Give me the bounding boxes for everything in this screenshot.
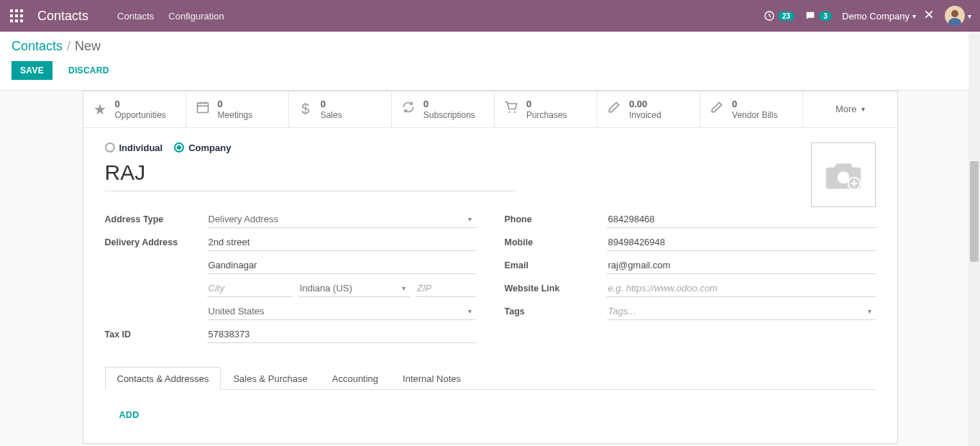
label-tax-id: Tax ID bbox=[105, 329, 207, 340]
email-input[interactable] bbox=[607, 257, 876, 274]
breadcrumb-current: New bbox=[75, 39, 101, 54]
svg-point-17 bbox=[508, 112, 510, 114]
main-navbar: Contacts Contacts Configuration 23 3 Dem… bbox=[0, 0, 980, 32]
cart-icon bbox=[503, 100, 519, 118]
dollar-icon: $ bbox=[298, 101, 313, 117]
stat-label: Opportunities bbox=[115, 110, 166, 120]
mobile-input[interactable] bbox=[607, 234, 876, 251]
radio-company[interactable]: Company bbox=[174, 142, 231, 153]
pencil-icon bbox=[709, 100, 725, 118]
address-type-select[interactable] bbox=[207, 211, 476, 228]
stat-label: Subscriptions bbox=[423, 110, 475, 120]
company-type-radio: Individual Company bbox=[105, 142, 876, 153]
name-input[interactable] bbox=[105, 158, 515, 191]
label-address-type: Address Type bbox=[105, 214, 207, 224]
camera-icon bbox=[823, 156, 864, 194]
svg-rect-7 bbox=[15, 19, 18, 22]
save-button[interactable]: SAVE bbox=[12, 61, 52, 80]
tab-accounting[interactable]: Accounting bbox=[320, 367, 390, 390]
website-input[interactable] bbox=[607, 280, 876, 297]
radio-individual[interactable]: Individual bbox=[105, 142, 163, 153]
city-input[interactable] bbox=[207, 280, 293, 297]
image-upload[interactable] bbox=[811, 142, 876, 207]
sheet-wrapper: ★ 0 Opportunities 0 Meetings $ 0 Sales bbox=[0, 91, 980, 444]
radio-checked-icon bbox=[174, 142, 184, 153]
form-sheet: ★ 0 Opportunities 0 Meetings $ 0 Sales bbox=[83, 91, 898, 444]
stat-label: Vendor Bills bbox=[732, 110, 777, 120]
message-count-badge: 3 bbox=[819, 12, 832, 21]
star-icon: ★ bbox=[92, 101, 108, 118]
stat-value: 0 bbox=[321, 99, 342, 110]
stat-meetings[interactable]: 0 Meetings bbox=[186, 91, 289, 127]
stat-label: Purchases bbox=[526, 110, 567, 120]
stat-vendor-bills[interactable]: 0 Vendor Bills bbox=[700, 91, 803, 127]
svg-rect-2 bbox=[20, 9, 23, 12]
svg-rect-8 bbox=[20, 19, 23, 22]
company-switcher[interactable]: Demo Company ▾ bbox=[842, 11, 916, 22]
activity-count-badge: 23 bbox=[778, 12, 794, 21]
stat-value: 0.00 bbox=[629, 99, 661, 110]
apps-menu-icon[interactable] bbox=[9, 8, 24, 24]
tags-input[interactable] bbox=[607, 303, 876, 320]
svg-rect-5 bbox=[20, 14, 23, 17]
breadcrumb-parent[interactable]: Contacts bbox=[12, 39, 63, 54]
stat-opportunities[interactable]: ★ 0 Opportunities bbox=[83, 91, 186, 127]
nav-link-contacts[interactable]: Contacts bbox=[117, 11, 154, 22]
refresh-icon bbox=[400, 100, 416, 118]
debug-close-icon[interactable] bbox=[923, 9, 935, 23]
sheet-body: Individual Company bbox=[83, 128, 897, 444]
stat-value: 0 bbox=[218, 99, 253, 110]
stat-sales[interactable]: $ 0 Sales bbox=[289, 91, 392, 127]
state-select[interactable] bbox=[298, 280, 410, 297]
app-brand[interactable]: Contacts bbox=[37, 9, 88, 24]
user-menu-caret-icon[interactable]: ▾ bbox=[968, 12, 971, 20]
stat-subscriptions[interactable]: 0 Subscriptions bbox=[392, 91, 495, 127]
nav-link-configuration[interactable]: Configuration bbox=[168, 11, 224, 22]
systray-activities[interactable]: 23 bbox=[764, 10, 794, 22]
radio-label: Individual bbox=[119, 142, 163, 153]
systray-messages[interactable]: 3 bbox=[805, 10, 832, 22]
svg-rect-0 bbox=[10, 9, 13, 12]
add-contact-button[interactable]: ADD bbox=[112, 404, 869, 426]
street-input[interactable] bbox=[207, 234, 476, 251]
scrollbar-thumb[interactable] bbox=[970, 161, 979, 262]
street2-input[interactable] bbox=[207, 257, 476, 274]
stat-label: Sales bbox=[321, 110, 342, 120]
svg-rect-1 bbox=[15, 9, 18, 12]
phone-input[interactable] bbox=[607, 211, 876, 228]
radio-label: Company bbox=[188, 142, 231, 153]
breadcrumb-separator: / bbox=[67, 39, 70, 54]
tab-internal-notes[interactable]: Internal Notes bbox=[390, 367, 473, 390]
svg-rect-6 bbox=[10, 19, 13, 22]
svg-point-11 bbox=[951, 10, 958, 17]
caret-down-icon: ▾ bbox=[861, 105, 865, 113]
control-panel: Contacts / New SAVE DISCARD bbox=[0, 32, 980, 91]
stat-value: 0 bbox=[423, 99, 475, 110]
stat-more[interactable]: More ▾ bbox=[803, 91, 897, 127]
country-select[interactable] bbox=[207, 303, 476, 320]
tax-id-input[interactable] bbox=[207, 326, 476, 343]
tab-contacts-addresses[interactable]: Contacts & Addresses bbox=[105, 367, 221, 390]
discard-button[interactable]: DISCARD bbox=[60, 61, 118, 80]
stat-invoiced[interactable]: 0.00 Invoiced bbox=[597, 91, 700, 127]
label-website: Website Link bbox=[505, 283, 607, 293]
svg-rect-13 bbox=[197, 104, 208, 113]
stat-purchases[interactable]: 0 Purchases bbox=[495, 91, 597, 127]
svg-rect-3 bbox=[10, 14, 13, 17]
label-delivery-address: Delivery Address bbox=[105, 237, 207, 247]
right-column: Phone Mobile Email Website Link bbox=[505, 209, 876, 347]
svg-point-18 bbox=[514, 112, 516, 114]
tab-sales-purchase[interactable]: Sales & Purchase bbox=[221, 367, 319, 390]
stat-value: 0 bbox=[732, 99, 777, 110]
left-column: Address Type Delivery Address bbox=[105, 209, 476, 347]
svg-point-19 bbox=[837, 171, 849, 183]
stat-button-box: ★ 0 Opportunities 0 Meetings $ 0 Sales bbox=[83, 91, 897, 128]
stat-label: Invoiced bbox=[629, 110, 661, 120]
calendar-icon bbox=[195, 100, 211, 118]
scrollbar[interactable] bbox=[968, 32, 980, 446]
company-name-label: Demo Company bbox=[842, 11, 910, 22]
user-avatar[interactable] bbox=[945, 6, 965, 26]
stat-value: 0 bbox=[526, 99, 567, 110]
pencil-icon bbox=[606, 100, 622, 118]
zip-input[interactable] bbox=[416, 280, 476, 297]
